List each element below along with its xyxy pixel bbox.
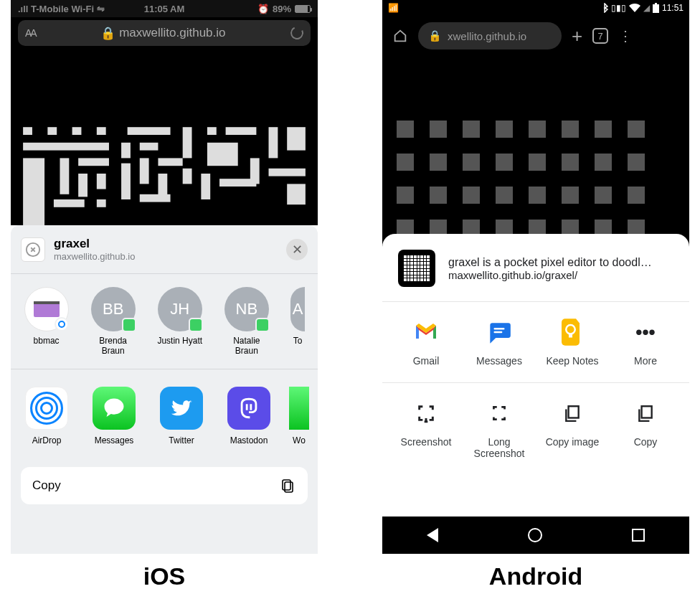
- network-off-icon: ◢: [643, 3, 650, 13]
- action-screenshot[interactable]: Screenshot: [389, 399, 463, 459]
- text-size-icon[interactable]: AA: [25, 27, 36, 39]
- lock-icon: 🔒: [428, 29, 442, 42]
- action-label: Copy image: [546, 436, 600, 448]
- android-caption: Android: [489, 562, 582, 590]
- status-time: 11:51: [662, 3, 684, 13]
- app-label: Messages: [95, 435, 134, 445]
- safari-icon: [21, 237, 45, 262]
- nav-back[interactable]: [427, 528, 438, 542]
- copy-image-icon: [558, 399, 587, 428]
- contact-bbmac[interactable]: bbmac: [21, 287, 72, 356]
- battery-icon: [653, 3, 659, 13]
- close-button[interactable]: ✕: [286, 239, 308, 260]
- app-mastodon[interactable]: Mastodon: [223, 387, 275, 445]
- app-messages[interactable]: Messages: [463, 318, 536, 367]
- svg-rect-31: [97, 199, 106, 207]
- bluetooth-icon: [601, 3, 608, 13]
- reload-icon[interactable]: [288, 24, 305, 41]
- share-apps-row: AirDrop Messages Twitter Mastodon Wo: [11, 369, 318, 463]
- svg-rect-2: [47, 127, 57, 135]
- copy-icon: [279, 477, 296, 494]
- safari-address-bar[interactable]: AA 🔒 maxwellito.github.io: [18, 20, 311, 46]
- keep-icon: [558, 318, 587, 346]
- android-nav-bar: [382, 517, 689, 554]
- app-more[interactable]: ••• More: [609, 318, 682, 367]
- svg-rect-21: [140, 158, 149, 184]
- wifi-icon: [629, 4, 640, 12]
- app-twitter[interactable]: Twitter: [156, 387, 207, 445]
- url-text: xwellito.github.io: [448, 30, 526, 42]
- status-time: 11:05 AM: [144, 4, 185, 14]
- address-bar[interactable]: 🔒 xwellito.github.io: [418, 22, 562, 49]
- twitter-icon: [160, 387, 203, 430]
- android-share-sheet: graxel is a pocket pixel editor to doodl…: [382, 234, 689, 517]
- app-label: Mastodon: [230, 435, 268, 445]
- action-copy-image[interactable]: Copy image: [536, 399, 609, 459]
- svg-rect-8: [226, 127, 257, 135]
- imessage-badge-icon: [189, 318, 203, 332]
- app-messages[interactable]: Messages: [88, 387, 140, 445]
- svg-rect-19: [97, 174, 106, 189]
- svg-rect-41: [569, 334, 572, 338]
- action-long-screenshot[interactable]: Long Screenshot: [463, 399, 536, 459]
- more-icon: •••: [631, 318, 660, 346]
- app-label: More: [634, 355, 657, 367]
- new-tab-icon[interactable]: +: [572, 25, 582, 47]
- ios-caption: iOS: [143, 562, 186, 590]
- menu-icon[interactable]: ⋮: [618, 27, 633, 44]
- svg-rect-24: [183, 169, 192, 184]
- app-gmail[interactable]: Gmail: [389, 318, 463, 367]
- messages-icon: [485, 318, 514, 346]
- airdrop-contacts-row: bbmac BB Brenda Braun JH Justin Hyatt NB…: [11, 274, 318, 369]
- carrier-text: .ıll T-Mobile Wi-Fi ⇋: [18, 4, 105, 14]
- svg-rect-42: [569, 406, 579, 418]
- svg-rect-27: [250, 158, 260, 184]
- svg-rect-12: [140, 143, 159, 151]
- svg-rect-15: [23, 158, 44, 225]
- gmail-icon: [412, 318, 440, 346]
- svg-rect-9: [269, 127, 278, 158]
- app-label: Messages: [476, 355, 522, 367]
- svg-rect-3: [72, 127, 82, 135]
- share-url: maxwellito.github.io/graxel/: [448, 269, 652, 281]
- home-icon[interactable]: [392, 28, 408, 44]
- chrome-toolbar: 🔒 xwellito.github.io + 7 ⋮: [382, 16, 689, 56]
- contact-label: To: [293, 336, 303, 346]
- page-content-pixelart: [11, 122, 318, 225]
- nav-recent[interactable]: [632, 529, 645, 542]
- svg-rect-4: [97, 127, 106, 135]
- url-display[interactable]: 🔒 maxwellito.github.io: [36, 26, 290, 41]
- contact-brenda[interactable]: BB Brenda Braun: [88, 287, 138, 356]
- app-partial[interactable]: Wo: [290, 387, 308, 445]
- svg-rect-6: [183, 127, 192, 158]
- contact-natalie[interactable]: NB Natalie Braun: [221, 287, 272, 356]
- app-keep[interactable]: Keep Notes: [536, 318, 609, 367]
- battery-percent: 89%: [273, 4, 291, 14]
- sim-icon: 📶: [388, 3, 399, 13]
- page-thumbnail: [398, 250, 435, 287]
- battery-icon: [295, 5, 311, 13]
- app-airdrop[interactable]: AirDrop: [21, 387, 72, 445]
- app-label: Keep Notes: [546, 355, 598, 367]
- svg-rect-37: [283, 480, 290, 490]
- svg-rect-39: [655, 3, 657, 4]
- nav-home[interactable]: [528, 528, 542, 542]
- share-subtitle: maxwellito.github.io: [54, 251, 135, 262]
- android-status-bar: 📶 ▯▮▯ ◢ 11:51: [382, 0, 689, 16]
- long-screenshot-icon: [485, 399, 514, 428]
- tabs-button[interactable]: 7: [592, 28, 608, 44]
- copy-action[interactable]: Copy: [21, 467, 308, 504]
- contact-label: bbmac: [34, 336, 60, 346]
- partial-app-icon: [289, 387, 309, 430]
- messages-icon: [93, 387, 136, 430]
- svg-rect-17: [78, 158, 109, 166]
- contact-justin[interactable]: JH Justin Hyatt: [154, 287, 205, 356]
- copy-icon: [631, 399, 660, 428]
- action-copy[interactable]: Copy: [609, 399, 682, 459]
- svg-rect-18: [78, 174, 88, 197]
- svg-rect-32: [140, 194, 171, 202]
- contact-partial[interactable]: A To: [288, 287, 308, 356]
- vibrate-icon: ▯▮▯: [611, 3, 626, 13]
- svg-rect-28: [269, 169, 306, 176]
- app-label: AirDrop: [32, 435, 62, 445]
